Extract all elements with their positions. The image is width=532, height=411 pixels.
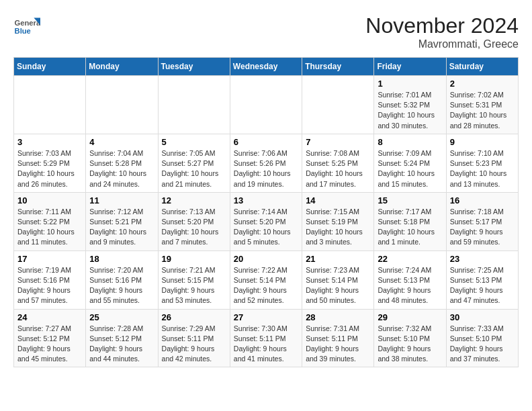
weekday-header: Thursday xyxy=(302,58,374,76)
calendar-cell: 1Sunrise: 7:01 AM Sunset: 5:32 PM Daylig… xyxy=(374,76,446,134)
day-info: Sunrise: 7:15 AM Sunset: 5:19 PM Dayligh… xyxy=(306,207,370,248)
day-info: Sunrise: 7:31 AM Sunset: 5:11 PM Dayligh… xyxy=(306,324,370,365)
svg-text:Blue: Blue xyxy=(15,27,31,35)
day-info: Sunrise: 7:18 AM Sunset: 5:17 PM Dayligh… xyxy=(450,207,515,248)
day-info: Sunrise: 7:23 AM Sunset: 5:14 PM Dayligh… xyxy=(306,265,370,306)
day-info: Sunrise: 7:04 AM Sunset: 5:28 PM Dayligh… xyxy=(89,148,154,189)
weekday-header: Friday xyxy=(374,58,446,76)
calendar-cell: 3Sunrise: 7:03 AM Sunset: 5:29 PM Daylig… xyxy=(14,134,86,192)
calendar-cell: 13Sunrise: 7:14 AM Sunset: 5:20 PM Dayli… xyxy=(230,192,302,250)
day-info: Sunrise: 7:05 AM Sunset: 5:27 PM Dayligh… xyxy=(162,148,226,189)
day-number: 28 xyxy=(306,312,370,322)
day-number: 3 xyxy=(17,137,82,147)
day-number: 11 xyxy=(89,195,154,205)
day-info: Sunrise: 7:21 AM Sunset: 5:15 PM Dayligh… xyxy=(162,265,226,306)
day-number: 18 xyxy=(89,254,154,264)
day-number: 6 xyxy=(234,137,298,147)
calendar-cell: 16Sunrise: 7:18 AM Sunset: 5:17 PM Dayli… xyxy=(446,192,518,250)
calendar-cell: 28Sunrise: 7:31 AM Sunset: 5:11 PM Dayli… xyxy=(302,309,374,367)
calendar-cell: 5Sunrise: 7:05 AM Sunset: 5:27 PM Daylig… xyxy=(158,134,230,192)
title-section: November 2024 Mavrommati, Greece xyxy=(365,13,519,50)
calendar-cell xyxy=(158,76,230,134)
day-number: 26 xyxy=(162,312,226,322)
day-number: 24 xyxy=(17,312,82,322)
calendar-cell: 24Sunrise: 7:27 AM Sunset: 5:12 PM Dayli… xyxy=(14,309,86,367)
calendar-cell xyxy=(302,76,374,134)
day-info: Sunrise: 7:17 AM Sunset: 5:18 PM Dayligh… xyxy=(378,207,442,248)
calendar-week-row: 10Sunrise: 7:11 AM Sunset: 5:22 PM Dayli… xyxy=(14,192,519,250)
calendar-cell: 6Sunrise: 7:06 AM Sunset: 5:26 PM Daylig… xyxy=(230,134,302,192)
calendar-cell: 27Sunrise: 7:30 AM Sunset: 5:11 PM Dayli… xyxy=(230,309,302,367)
day-info: Sunrise: 7:11 AM Sunset: 5:22 PM Dayligh… xyxy=(17,207,82,248)
weekday-header: Saturday xyxy=(446,58,518,76)
day-number: 2 xyxy=(450,79,515,89)
calendar-cell: 4Sunrise: 7:04 AM Sunset: 5:28 PM Daylig… xyxy=(86,134,158,192)
day-info: Sunrise: 7:28 AM Sunset: 5:12 PM Dayligh… xyxy=(89,324,154,365)
calendar-cell: 22Sunrise: 7:24 AM Sunset: 5:13 PM Dayli… xyxy=(374,250,446,309)
calendar-cell: 26Sunrise: 7:29 AM Sunset: 5:11 PM Dayli… xyxy=(158,309,230,367)
day-info: Sunrise: 7:01 AM Sunset: 5:32 PM Dayligh… xyxy=(378,90,442,131)
calendar-cell: 30Sunrise: 7:33 AM Sunset: 5:10 PM Dayli… xyxy=(446,309,518,367)
calendar-cell: 25Sunrise: 7:28 AM Sunset: 5:12 PM Dayli… xyxy=(86,309,158,367)
calendar-cell: 17Sunrise: 7:19 AM Sunset: 5:16 PM Dayli… xyxy=(14,250,86,309)
logo: General Blue xyxy=(13,13,40,40)
calendar-cell xyxy=(14,76,86,134)
weekday-header: Wednesday xyxy=(230,58,302,76)
calendar-table: SundayMondayTuesdayWednesdayThursdayFrid… xyxy=(13,57,519,367)
day-info: Sunrise: 7:29 AM Sunset: 5:11 PM Dayligh… xyxy=(162,324,226,365)
day-number: 4 xyxy=(89,137,154,147)
day-number: 10 xyxy=(17,195,82,205)
day-info: Sunrise: 7:24 AM Sunset: 5:13 PM Dayligh… xyxy=(378,265,442,306)
calendar-cell: 29Sunrise: 7:32 AM Sunset: 5:10 PM Dayli… xyxy=(374,309,446,367)
calendar-cell: 15Sunrise: 7:17 AM Sunset: 5:18 PM Dayli… xyxy=(374,192,446,250)
weekday-header: Sunday xyxy=(14,58,86,76)
day-number: 5 xyxy=(162,137,226,147)
day-info: Sunrise: 7:13 AM Sunset: 5:20 PM Dayligh… xyxy=(162,207,226,248)
calendar-week-row: 1Sunrise: 7:01 AM Sunset: 5:32 PM Daylig… xyxy=(14,76,519,134)
day-number: 1 xyxy=(378,79,442,89)
calendar-cell: 12Sunrise: 7:13 AM Sunset: 5:20 PM Dayli… xyxy=(158,192,230,250)
page-header: General Blue November 2024 Mavrommati, G… xyxy=(13,13,519,50)
calendar-cell: 11Sunrise: 7:12 AM Sunset: 5:21 PM Dayli… xyxy=(86,192,158,250)
day-number: 9 xyxy=(450,137,515,147)
day-number: 23 xyxy=(450,254,515,264)
calendar-cell: 19Sunrise: 7:21 AM Sunset: 5:15 PM Dayli… xyxy=(158,250,230,309)
calendar-week-row: 3Sunrise: 7:03 AM Sunset: 5:29 PM Daylig… xyxy=(14,134,519,192)
calendar-cell: 2Sunrise: 7:02 AM Sunset: 5:31 PM Daylig… xyxy=(446,76,518,134)
day-number: 29 xyxy=(378,312,442,322)
day-info: Sunrise: 7:22 AM Sunset: 5:14 PM Dayligh… xyxy=(234,265,298,306)
calendar-cell: 8Sunrise: 7:09 AM Sunset: 5:24 PM Daylig… xyxy=(374,134,446,192)
day-info: Sunrise: 7:32 AM Sunset: 5:10 PM Dayligh… xyxy=(378,324,442,365)
calendar-week-row: 24Sunrise: 7:27 AM Sunset: 5:12 PM Dayli… xyxy=(14,309,519,367)
calendar-cell: 18Sunrise: 7:20 AM Sunset: 5:16 PM Dayli… xyxy=(86,250,158,309)
day-number: 8 xyxy=(378,137,442,147)
calendar-cell: 10Sunrise: 7:11 AM Sunset: 5:22 PM Dayli… xyxy=(14,192,86,250)
calendar-week-row: 17Sunrise: 7:19 AM Sunset: 5:16 PM Dayli… xyxy=(14,250,519,309)
day-number: 12 xyxy=(162,195,226,205)
day-info: Sunrise: 7:09 AM Sunset: 5:24 PM Dayligh… xyxy=(378,148,442,189)
calendar-cell: 20Sunrise: 7:22 AM Sunset: 5:14 PM Dayli… xyxy=(230,250,302,309)
day-info: Sunrise: 7:10 AM Sunset: 5:23 PM Dayligh… xyxy=(450,148,515,189)
calendar-cell: 14Sunrise: 7:15 AM Sunset: 5:19 PM Dayli… xyxy=(302,192,374,250)
calendar-cell: 23Sunrise: 7:25 AM Sunset: 5:13 PM Dayli… xyxy=(446,250,518,309)
day-number: 20 xyxy=(234,254,298,264)
day-number: 13 xyxy=(234,195,298,205)
calendar-cell: 9Sunrise: 7:10 AM Sunset: 5:23 PM Daylig… xyxy=(446,134,518,192)
day-info: Sunrise: 7:14 AM Sunset: 5:20 PM Dayligh… xyxy=(234,207,298,248)
calendar-cell: 21Sunrise: 7:23 AM Sunset: 5:14 PM Dayli… xyxy=(302,250,374,309)
calendar-cell xyxy=(86,76,158,134)
day-info: Sunrise: 7:20 AM Sunset: 5:16 PM Dayligh… xyxy=(89,265,154,306)
weekday-header: Monday xyxy=(86,58,158,76)
day-number: 21 xyxy=(306,254,370,264)
day-info: Sunrise: 7:12 AM Sunset: 5:21 PM Dayligh… xyxy=(89,207,154,248)
weekday-row: SundayMondayTuesdayWednesdayThursdayFrid… xyxy=(14,58,519,76)
day-info: Sunrise: 7:08 AM Sunset: 5:25 PM Dayligh… xyxy=(306,148,370,189)
calendar-title: November 2024 xyxy=(365,13,519,38)
day-number: 19 xyxy=(162,254,226,264)
logo-icon: General Blue xyxy=(13,13,40,40)
day-info: Sunrise: 7:19 AM Sunset: 5:16 PM Dayligh… xyxy=(17,265,82,306)
day-number: 27 xyxy=(234,312,298,322)
day-number: 30 xyxy=(450,312,515,322)
day-info: Sunrise: 7:25 AM Sunset: 5:13 PM Dayligh… xyxy=(450,265,515,306)
day-info: Sunrise: 7:06 AM Sunset: 5:26 PM Dayligh… xyxy=(234,148,298,189)
